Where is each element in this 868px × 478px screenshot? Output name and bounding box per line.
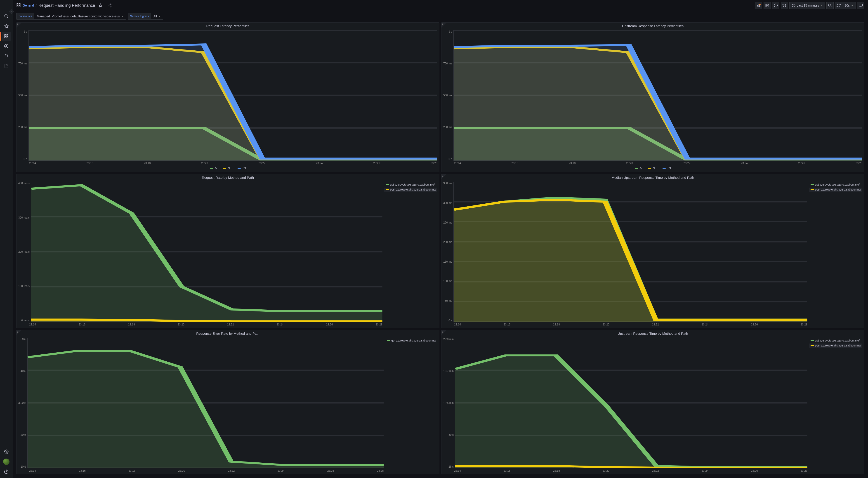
topbar: General / Request Handling Performance — [13, 0, 868, 11]
add-panel-icon[interactable] — [755, 2, 762, 9]
legend-swatch — [811, 345, 814, 346]
legend-item[interactable]: .95 — [647, 166, 657, 170]
chart-plot[interactable] — [31, 182, 382, 322]
zoom-out-icon[interactable] — [827, 2, 834, 9]
panel-title[interactable]: Upstream Response Time by Method and Pat… — [441, 330, 864, 337]
legend-item[interactable]: get azurevote.aks.azure.sabbour.me/ — [809, 183, 862, 187]
panel-info-icon[interactable] — [17, 330, 22, 335]
svg-line-21 — [109, 6, 110, 6]
share-dashboard-icon[interactable] — [106, 2, 113, 9]
legend-item[interactable]: post azurevote.aks.azure.sabbour.me/ — [384, 188, 437, 192]
panel-req_rate: Request Rate by Method and Path400 req/s… — [16, 174, 439, 328]
panel-info-icon[interactable] — [441, 330, 446, 335]
panel-title[interactable]: Request Latency Percentiles — [17, 23, 439, 29]
var-service-ingress[interactable]: Service Ingress All — [128, 13, 163, 20]
legend-label: .5 — [214, 166, 217, 170]
user-avatar[interactable] — [3, 458, 9, 465]
explore-icon[interactable] — [2, 41, 11, 51]
panel-upstream_time: Upstream Response Time by Method and Pat… — [441, 330, 864, 474]
starred-icon[interactable] — [2, 22, 11, 31]
panel-title[interactable]: Response Error Rate by Method and Path — [17, 330, 439, 337]
x-axis: 23:1423:1623:1823:2023:2223:2423:2623:28 — [18, 468, 384, 472]
legend-item[interactable]: get azurevote.aks.azure.sabbour.me/ — [385, 339, 437, 343]
dashboards-icon[interactable] — [2, 32, 11, 41]
grafana-logo[interactable] — [2, 2, 11, 11]
legend: get azurevote.aks.azure.sabbour.me/ — [385, 338, 437, 472]
svg-rect-13 — [19, 3, 20, 5]
chart-plot[interactable] — [455, 338, 807, 468]
legend: get azurevote.aks.azure.sabbour.me/post … — [384, 182, 437, 326]
x-axis: 23:1423:1623:1823:2023:2223:2423:2623:28 — [443, 161, 862, 165]
svg-rect-6 — [7, 37, 8, 38]
panel-title[interactable]: Median Upstream Response Time by Method … — [441, 174, 864, 181]
y-axis: 400 req/s300 req/s200 req/s100 req/s0 re… — [18, 182, 31, 322]
save-dashboard-icon[interactable] — [764, 2, 771, 9]
template-variables: datasource Managed_Prometheus_defaultazu… — [13, 11, 868, 22]
alerting-icon[interactable] — [2, 52, 11, 61]
legend-item[interactable]: get azurevote.aks.azure.sabbour.me/ — [809, 339, 862, 343]
legend-label: post azurevote.aks.azure.sabbour.me/ — [815, 344, 861, 347]
legend-label: post azurevote.aks.azure.sabbour.me/ — [815, 188, 861, 191]
legend-item[interactable]: .99 — [661, 166, 672, 170]
time-range-picker[interactable]: Last 15 minutes — [789, 2, 825, 9]
panel-title[interactable]: Request Rate by Method and Path — [17, 174, 439, 181]
legend-item[interactable]: .5 — [209, 166, 218, 170]
legend: .5.95.99 — [443, 165, 862, 170]
y-axis: 1 s750 ms500 ms250 ms0 s — [18, 30, 29, 161]
dashboard-insights-icon[interactable] — [772, 2, 779, 9]
search-icon[interactable] — [2, 12, 11, 21]
y-axis: 2.08 min1.67 min1.25 min50 s25 s — [443, 338, 455, 468]
reports-icon[interactable] — [2, 61, 11, 70]
breadcrumb-folder[interactable]: General — [23, 4, 34, 7]
chart-plot[interactable] — [454, 30, 862, 161]
svg-point-7 — [4, 44, 8, 48]
star-dashboard-icon[interactable] — [97, 2, 104, 9]
chart-plot[interactable] — [27, 338, 384, 468]
legend-swatch — [210, 168, 213, 169]
var-datasource[interactable]: datasource Managed_Prometheus_defaultazu… — [16, 13, 126, 20]
panel-info-icon[interactable] — [17, 23, 22, 28]
legend-item[interactable]: get azurevote.aks.azure.sabbour.me/ — [384, 183, 437, 187]
configuration-icon[interactable] — [2, 447, 11, 456]
refresh-interval-picker[interactable]: 30s — [842, 2, 856, 9]
legend: get azurevote.aks.azure.sabbour.me/post … — [809, 338, 862, 472]
expand-sidebar-icon[interactable] — [9, 9, 13, 13]
dashboard-apps-icon — [16, 3, 21, 8]
legend-item[interactable]: .99 — [236, 166, 247, 170]
refresh-icon[interactable] — [835, 2, 842, 9]
help-icon[interactable] — [2, 467, 11, 476]
view-mode-icon[interactable] — [857, 2, 864, 9]
panel-upstream_lat: Upstream Response Latency Percentiles1 s… — [441, 22, 864, 172]
legend-item[interactable]: .95 — [221, 166, 232, 170]
svg-point-19 — [110, 6, 111, 7]
chart-plot[interactable] — [454, 182, 807, 322]
legend-label: post azurevote.aks.azure.sabbour.me/ — [390, 188, 436, 191]
y-axis: 350 ms300 ms250 ms200 ms150 ms100 ms50 m… — [443, 182, 454, 322]
svg-rect-3 — [5, 35, 6, 36]
svg-point-17 — [110, 4, 111, 5]
svg-point-18 — [108, 5, 109, 6]
y-axis: 50%40%30.0%20%10% — [18, 338, 27, 468]
legend-item[interactable]: post azurevote.aks.azure.sabbour.me/ — [809, 188, 862, 192]
legend: get azurevote.aks.azure.sabbour.me/post … — [809, 182, 862, 326]
page-title: Request Handling Performance — [38, 3, 95, 8]
legend-swatch — [385, 184, 389, 185]
legend-item[interactable]: post azurevote.aks.azure.sabbour.me/ — [809, 344, 862, 348]
legend-swatch — [811, 184, 814, 185]
svg-rect-12 — [17, 3, 18, 5]
dashboard-settings-icon[interactable] — [781, 2, 788, 9]
chart-plot[interactable] — [29, 30, 437, 161]
svg-rect-14 — [17, 5, 18, 7]
legend-item[interactable]: .5 — [633, 166, 643, 170]
panel-title[interactable]: Upstream Response Latency Percentiles — [441, 23, 864, 29]
svg-marker-16 — [99, 4, 102, 7]
nav-sidebar — [0, 0, 13, 478]
panel-info-icon[interactable] — [441, 23, 446, 28]
svg-marker-60 — [31, 185, 382, 322]
refresh-interval-label: 30s — [844, 4, 850, 7]
x-axis: 23:1423:1623:1823:2023:2223:2423:2623:28 — [443, 322, 807, 326]
svg-point-0 — [5, 15, 7, 18]
panel-info-icon[interactable] — [441, 174, 446, 179]
var-value: All — [153, 14, 157, 18]
svg-rect-5 — [5, 37, 6, 38]
